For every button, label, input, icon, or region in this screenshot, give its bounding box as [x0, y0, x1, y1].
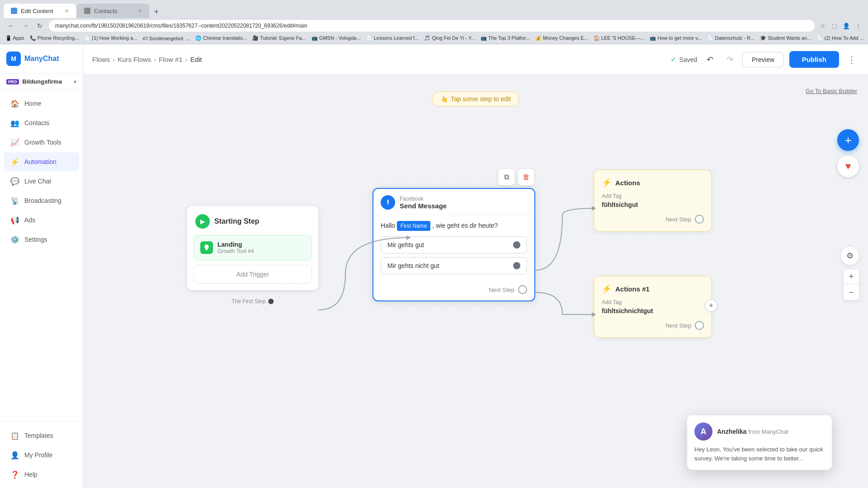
add-node-fab[interactable]: +: [837, 129, 859, 151]
address-bar[interactable]: manychat.com/fb/19815020819620618/cms/fi…: [49, 20, 815, 32]
favorite-button[interactable]: ♥: [837, 155, 859, 177]
fb-next-step: Next Step: [373, 281, 534, 300]
tab-close-2[interactable]: ✕: [138, 8, 142, 14]
breadcrumb-kurs-flows[interactable]: Kurs Flows: [118, 56, 151, 63]
tab-title-2: Contacts: [94, 8, 117, 14]
starting-step-node[interactable]: ▶ Starting Step Landing Growth Tool #4 A…: [187, 206, 318, 290]
actions-node-2-plus[interactable]: +: [705, 299, 717, 312]
extension-icon[interactable]: ⬚: [830, 21, 839, 30]
growth-tools-icon: 📈: [10, 137, 20, 147]
bookmark-5[interactable]: 🎥 Tutorial: Eigene Fa...: [252, 35, 306, 41]
sidebar-item-contacts[interactable]: 👥 Contacts: [4, 113, 79, 132]
reply-button-2[interactable]: Mir gehts nicht gut: [381, 257, 527, 274]
starting-step-header: ▶ Starting Step: [187, 206, 318, 235]
sidebar-brand: ManyChat: [24, 55, 59, 63]
next-step-circle[interactable]: [518, 285, 527, 294]
bookmark-star-icon[interactable]: ☆: [818, 21, 827, 30]
preview-button[interactable]: Preview: [742, 52, 784, 67]
actions-node-2[interactable]: + ⚡ Actions #1 Add Tag fühltsichnichtgut…: [594, 276, 712, 338]
delete-node-button[interactable]: 🗑: [518, 169, 534, 185]
profile-icon[interactable]: 👤: [842, 21, 851, 30]
tab-contacts[interactable]: Contacts ✕: [77, 4, 149, 18]
tab-edit-content[interactable]: Edit Content ✕: [4, 4, 76, 18]
publish-button[interactable]: Publish: [789, 51, 839, 68]
trigger-name: Landing: [217, 241, 254, 248]
sidebar-item-growth-tools[interactable]: 📈 Growth Tools: [4, 133, 79, 152]
canvas-area[interactable]: 👆 Tap some step to edit Go To Basic Buil…: [83, 75, 868, 488]
sidebar-account[interactable]: PRO Bildungsfirma ▾: [0, 74, 83, 90]
trigger-card[interactable]: Landing Growth Tool #4: [193, 235, 312, 260]
bookmark-1[interactable]: 📞 Phone Recycling...: [30, 35, 79, 41]
bookmark-3[interactable]: 🏷 Sonderangebot: ...: [142, 36, 190, 41]
bookmark-11[interactable]: 🏠 LEE 'S HOUSE—...: [594, 35, 645, 41]
lightning-icon-1: ⚡: [602, 178, 612, 188]
sidebar-label-help: Help: [24, 471, 38, 478]
bookmark-7[interactable]: 📄 Lessons Learned f...: [366, 35, 419, 41]
templates-icon: 📋: [10, 431, 20, 441]
starting-step-icon: ▶: [195, 214, 210, 229]
fb-send-message-node[interactable]: ⧉ 🗑 f Facebook Send Message Hallo First …: [373, 188, 535, 301]
actions-node-1-title: ⚡ Actions: [602, 178, 704, 188]
sidebar-item-my-profile[interactable]: 👤 My Profile: [4, 446, 79, 465]
sidebar-item-home[interactable]: 🏠 Home: [4, 94, 79, 113]
chat-message: Hey Leon, You've been selected to take o…: [694, 445, 825, 463]
reload-button[interactable]: ↻: [34, 20, 45, 31]
bookmark-6[interactable]: 📺 GMSN - Vologda...: [311, 35, 361, 41]
forward-button[interactable]: →: [20, 20, 31, 31]
redo-button[interactable]: ↷: [722, 52, 737, 67]
undo-button[interactable]: ↶: [703, 52, 717, 67]
bookmark-8[interactable]: 🎵 Qing Fei De Yi - Y...: [424, 35, 475, 41]
sidebar-item-help[interactable]: ❓ Help: [4, 465, 79, 484]
canvas-hint: 👆 Tap some step to edit: [432, 91, 519, 107]
more-options-button[interactable]: ⋮: [844, 52, 859, 67]
starting-step-title: Starting Step: [214, 217, 259, 225]
add-trigger-button[interactable]: Add Trigger: [193, 265, 312, 284]
bookmark-14[interactable]: 🎓 Student Wants an...: [760, 35, 811, 41]
sidebar-label-growth-tools: Growth Tools: [24, 139, 61, 146]
saved-check-icon: ✓: [670, 55, 676, 64]
reply-1-text: Mir gehts gut: [387, 241, 424, 249]
back-button[interactable]: ←: [5, 20, 16, 31]
fb-node-header: f Facebook Send Message: [373, 189, 534, 215]
actions-next-label-2: Next Step: [665, 322, 691, 329]
reply-button-1[interactable]: Mir gehts gut: [381, 236, 527, 253]
fb-node-message-type: Send Message: [400, 202, 447, 210]
tab-close[interactable]: ✕: [65, 8, 69, 14]
bookmark-12[interactable]: 📺 How to get more v...: [650, 35, 702, 41]
menu-icon[interactable]: ⋮: [854, 21, 863, 30]
sidebar-label-templates: Templates: [24, 432, 53, 439]
chat-sender-info: Anzhelika from ManyChat: [717, 428, 788, 435]
bookmark-15[interactable]: 📄 (2) How To Add ...: [816, 35, 863, 41]
new-tab-button[interactable]: +: [150, 5, 163, 18]
zoom-in-button[interactable]: +: [844, 269, 859, 285]
facebook-icon: f: [381, 195, 395, 210]
sidebar-item-templates[interactable]: 📋 Templates: [4, 426, 79, 445]
topbar: Flows › Kurs Flows › Flow #1 › Edit ✓ Sa…: [83, 44, 868, 75]
sidebar-item-live-chat[interactable]: 💬 Live Chat: [4, 172, 79, 191]
bookmark-9[interactable]: 📺 The Top 3 Platfor...: [481, 35, 530, 41]
breadcrumb-flows[interactable]: Flows: [92, 56, 110, 63]
settings-icon: ⚙️: [10, 235, 20, 244]
canvas-settings-button[interactable]: ⚙: [841, 247, 859, 265]
sidebar-item-automation[interactable]: ⚡ Automation: [4, 152, 79, 171]
bookmark-4[interactable]: 🌐 Chinese translatio...: [195, 35, 247, 41]
chat-widget[interactable]: A Anzhelika from ManyChat Hey Leon, You'…: [687, 415, 832, 470]
copy-node-button[interactable]: ⧉: [498, 169, 514, 185]
reply-1-connector: [513, 241, 520, 249]
sidebar-item-settings[interactable]: ⚙️ Settings: [4, 230, 79, 249]
go-basic-builder-link[interactable]: Go To Basic Builder: [806, 88, 857, 94]
sidebar-item-broadcasting[interactable]: 📡 Broadcasting: [4, 191, 79, 210]
actions-next-circle-2[interactable]: [695, 321, 704, 330]
fb-message-text: Hallo First Name , wie geht es dir heute…: [381, 221, 527, 231]
first-name-tag[interactable]: First Name: [397, 221, 431, 231]
breadcrumb-flow1[interactable]: Flow #1: [159, 56, 183, 63]
zoom-out-button[interactable]: −: [844, 285, 859, 300]
actions-next-circle-1[interactable]: [695, 215, 704, 224]
trigger-icon: [200, 241, 213, 254]
actions-node-1[interactable]: ⚡ Actions Add Tag fühltsichgut Next Step: [594, 170, 712, 231]
bookmark-10[interactable]: 💰 Money Changes E...: [535, 35, 588, 41]
bookmark-2[interactable]: 📄 (1) How Working a...: [84, 35, 137, 41]
bookmark-13[interactable]: 📄 Datenschutz - R...: [707, 35, 755, 41]
bookmark-apps[interactable]: 📱 Apps: [5, 35, 24, 41]
sidebar-item-ads[interactable]: 📢 Ads: [4, 211, 79, 230]
